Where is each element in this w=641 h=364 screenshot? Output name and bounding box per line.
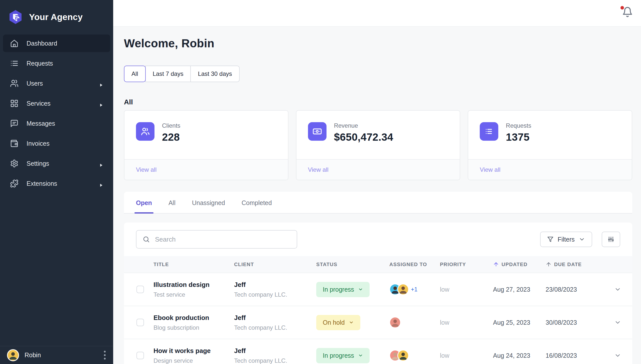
range-7days-button[interactable]: Last 7 days [145,66,191,82]
client-name: Jeff [234,314,316,322]
col-client[interactable]: Client [234,262,316,267]
filters-button[interactable]: Filters [540,232,592,247]
updated-date: Aug 24, 2023 [493,352,546,359]
row-checkbox[interactable] [136,286,144,293]
priority-value: low [440,319,493,326]
requests-tabs-card: Open All Unassigned Completed [124,192,632,214]
sidebar-item-services[interactable]: Services [3,95,110,112]
row-expand-chevron-icon[interactable] [614,319,632,326]
sidebar: Your Agency Dashboard Requests Users Ser… [0,0,113,364]
col-status[interactable]: Status [316,262,389,267]
notifications-bell-icon[interactable] [622,7,633,18]
table-header: Title Client Status Assigned to Priority… [124,256,632,273]
stat-label: Clients [162,122,180,129]
user-menu-kebab-icon[interactable] [102,349,107,361]
row-checkbox[interactable] [136,319,144,326]
table-row[interactable]: Illustration design Test service Jeff Te… [124,273,632,306]
status-dropdown[interactable]: In progress [316,348,370,363]
assignee-avatars[interactable] [389,350,440,361]
puzzle-icon [10,179,19,188]
request-title: Illustration design [153,281,234,289]
search-icon [142,236,150,243]
chevron-down-icon [349,320,354,325]
sidebar-item-messages[interactable]: Messages [3,115,110,132]
status-dropdown[interactable]: In progress [316,282,370,297]
avatar [397,284,409,295]
view-all-revenue-link[interactable]: View all [308,166,329,173]
chevron-right-icon [99,161,103,165]
client-company: Tech company LLC. [234,357,316,364]
col-priority[interactable]: Priority [440,262,493,267]
tab-completed[interactable]: Completed [242,199,272,213]
row-expand-chevron-icon[interactable] [614,352,632,359]
sidebar-item-label: Settings [27,160,49,167]
view-all-requests-link[interactable]: View all [480,166,500,173]
stat-label: Requests [506,122,531,129]
range-all-button[interactable]: All [124,66,146,82]
sidebar-item-invoices[interactable]: Invoices [3,135,110,152]
stats-section-title: All [124,98,632,106]
notification-dot [620,6,624,10]
client-company: Tech company LLC. [234,324,316,331]
row-checkbox[interactable] [136,352,144,359]
assignee-overflow-count[interactable]: +1 [411,286,417,293]
client-name: Jeff [234,347,316,355]
sidebar-item-label: Extensions [27,180,57,187]
sidebar-item-users[interactable]: Users [3,75,110,92]
users-icon [10,79,19,88]
topbar [113,0,641,27]
sidebar-item-settings[interactable]: Settings [3,155,110,172]
agency-logo-icon [8,9,24,25]
grid-icon [10,99,19,108]
request-service: Blog subscription [153,324,234,331]
col-due-date[interactable]: Due date [546,261,632,267]
brand: Your Agency [0,0,113,35]
avatar [389,317,401,328]
home-icon [10,39,19,48]
sidebar-item-label: Dashboard [27,40,57,47]
tab-unassigned[interactable]: Unassigned [192,199,225,213]
tab-all[interactable]: All [169,199,176,213]
view-all-clients-link[interactable]: View all [136,166,156,173]
assignee-avatars[interactable] [389,317,440,328]
range-30days-button[interactable]: Last 30 days [190,66,239,82]
sidebar-user: Robin [0,346,113,364]
due-date: 16/08/2023 [546,352,577,359]
search-box [136,230,297,249]
sidebar-item-dashboard[interactable]: Dashboard [3,35,110,52]
user-avatar[interactable] [7,349,19,361]
assignee-avatars[interactable]: +1 [389,284,440,295]
updated-date: Aug 25, 2023 [493,319,546,326]
row-expand-chevron-icon[interactable] [614,286,632,293]
content: Welcome, Robin All Last 7 days Last 30 d… [113,27,641,364]
col-assigned[interactable]: Assigned to [389,262,440,267]
stat-value: $650,472.34 [334,131,393,143]
client-name: Jeff [234,281,316,289]
request-service: Test service [153,291,234,298]
search-input[interactable] [136,230,297,249]
revenue-card: Revenue $650,472.34 View all [296,110,460,180]
sidebar-item-requests[interactable]: Requests [3,55,110,72]
main-area: Welcome, Robin All Last 7 days Last 30 d… [113,0,641,364]
stat-label: Revenue [334,122,393,129]
tab-open[interactable]: Open [136,199,152,213]
sidebar-item-extensions[interactable]: Extensions [3,175,110,192]
chevron-down-icon [358,353,363,358]
chevron-right-icon [99,101,103,105]
column-settings-button[interactable] [602,232,620,247]
sliders-icon [608,236,614,243]
chevron-down-icon [579,236,585,243]
requests-card: Requests 1375 View all [468,110,632,180]
table-row[interactable]: How it works page Design service Jeff Te… [124,339,632,364]
col-updated[interactable]: Updated [493,261,546,267]
client-company: Tech company LLC. [234,291,316,298]
gear-icon [10,159,19,168]
table-row[interactable]: Ebook production Blog subscription Jeff … [124,306,632,339]
requests-tabs: Open All Unassigned Completed [124,192,632,214]
status-dropdown[interactable]: On hold [316,315,360,330]
due-date: 30/08/2023 [546,319,577,326]
col-title[interactable]: Title [153,262,234,267]
sidebar-item-label: Requests [27,60,53,67]
date-range-filter: All Last 7 days Last 30 days [124,66,240,82]
request-service: Design service [153,357,234,364]
